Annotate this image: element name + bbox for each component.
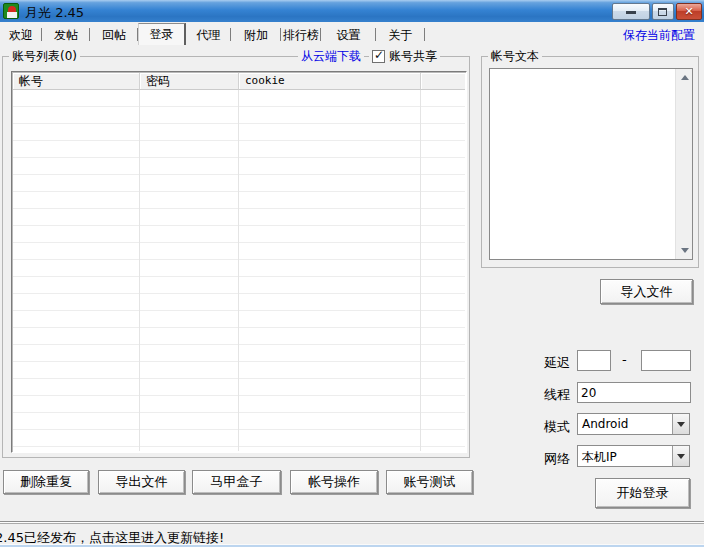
table-grid-line [139, 90, 140, 451]
network-select[interactable]: 本机IP [577, 445, 690, 467]
app-icon [3, 3, 19, 19]
tab-extra[interactable]: 附加 [231, 25, 281, 45]
account-table[interactable]: 帐号 密码 cookie [11, 71, 467, 453]
minimize-icon [626, 11, 636, 14]
network-dropdown-button[interactable] [672, 446, 689, 466]
thread-label: 线程 [544, 386, 570, 404]
mode-value: Android [582, 417, 628, 431]
tab-ranking[interactable]: 排行榜 [281, 25, 321, 45]
network-value: 本机IP [582, 449, 617, 466]
export-file-button[interactable]: 导出文件 [98, 470, 185, 494]
account-textarea[interactable] [489, 68, 693, 260]
tab-reply[interactable]: 回帖 [90, 25, 138, 45]
app-window: 月光 2.45 ✕ 欢迎 发帖 回帖 登录 代理 附加 排行榜 设置 关于 保存… [0, 0, 704, 547]
scroll-up-icon[interactable] [676, 69, 693, 86]
chevron-down-icon [677, 422, 685, 427]
divider [0, 521, 704, 525]
mode-label: 模式 [544, 418, 570, 436]
account-text-legend: 帐号文本 [488, 49, 542, 63]
share-checkbox-label: 账号共享 [389, 49, 437, 63]
textarea-scrollbar[interactable] [675, 69, 692, 259]
table-grid-line [420, 90, 421, 451]
tab-about[interactable]: 关于 [376, 25, 425, 45]
column-header-account[interactable]: 帐号 [13, 73, 140, 90]
minimize-button[interactable] [612, 3, 650, 20]
puppet-box-button[interactable]: 马甲盒子 [192, 470, 281, 494]
network-label: 网络 [544, 450, 570, 468]
mode-dropdown-button[interactable] [672, 414, 689, 434]
table-body[interactable] [13, 90, 465, 451]
window-title: 月光 2.45 [25, 4, 84, 22]
import-file-button[interactable]: 导入文件 [600, 279, 693, 304]
account-list-groupbox: 账号列表(0) 从云端下载 ✓ 账号共享 帐号 密码 cookie [2, 56, 470, 458]
chevron-down-icon [677, 454, 685, 459]
thread-input[interactable] [577, 382, 691, 403]
maximize-icon [658, 8, 667, 16]
column-header-password[interactable]: 密码 [140, 73, 239, 90]
share-checkbox[interactable]: ✓ 账号共享 [369, 49, 440, 63]
account-ops-button[interactable]: 帐号操作 [290, 470, 378, 494]
delay-separator: - [622, 352, 627, 367]
maximize-button[interactable] [652, 3, 674, 20]
close-icon: ✕ [677, 5, 701, 18]
tab-bar: 欢迎 发帖 回帖 登录 代理 附加 排行榜 设置 关于 保存当前配置 [0, 22, 704, 45]
account-list-legend: 账号列表(0) [9, 49, 80, 63]
cloud-download-link[interactable]: 从云端下载 [298, 49, 364, 63]
checkmark-icon: ✓ [374, 48, 384, 62]
table-grid-line [238, 90, 239, 451]
tab-welcome[interactable]: 欢迎 [0, 25, 42, 45]
close-button[interactable]: ✕ [676, 3, 702, 20]
column-header-extra[interactable] [421, 73, 465, 90]
status-bar: 2.45已经发布，点击这里进入更新链接! [0, 526, 704, 544]
tab-proxy[interactable]: 代理 [186, 25, 231, 45]
account-text-groupbox: 帐号文本 [481, 56, 699, 268]
delay-min-input[interactable] [577, 350, 611, 371]
scroll-down-icon[interactable] [676, 242, 693, 259]
start-login-button[interactable]: 开始登录 [595, 478, 690, 508]
delay-max-input[interactable] [641, 350, 691, 371]
save-config-link[interactable]: 保存当前配置 [623, 27, 695, 44]
titlebar[interactable]: 月光 2.45 ✕ [0, 0, 704, 22]
tab-login[interactable]: 登录 [138, 23, 186, 45]
tab-post[interactable]: 发帖 [42, 25, 90, 45]
table-header: 帐号 密码 cookie [13, 73, 465, 90]
mode-select[interactable]: Android [577, 413, 690, 435]
checkbox-box[interactable]: ✓ [372, 50, 385, 63]
delay-label: 延迟 [544, 354, 570, 372]
remove-duplicates-button[interactable]: 删除重复 [3, 470, 89, 494]
tab-settings[interactable]: 设置 [321, 25, 376, 45]
column-header-cookie[interactable]: cookie [239, 73, 421, 90]
account-test-button[interactable]: 账号测试 [386, 470, 473, 494]
